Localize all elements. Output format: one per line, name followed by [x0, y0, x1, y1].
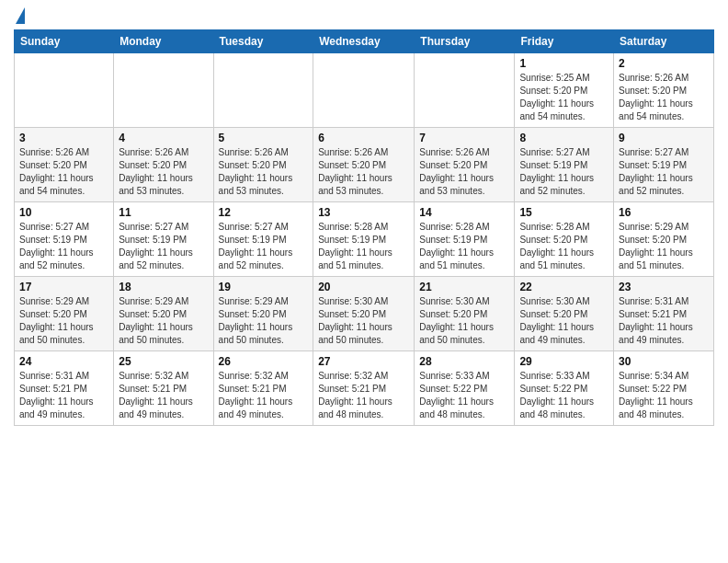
day-number: 4: [119, 132, 208, 144]
day-info: Sunrise: 5:26 AM Sunset: 5:20 PM Dayligh…: [119, 146, 208, 198]
day-number: 20: [318, 281, 409, 293]
day-info: Sunrise: 5:31 AM Sunset: 5:21 PM Dayligh…: [19, 370, 108, 421]
weekday-header-thursday: Thursday: [415, 30, 515, 53]
calendar-cell: [15, 53, 114, 128]
calendar-cell: 2Sunrise: 5:26 AM Sunset: 5:20 PM Daylig…: [614, 53, 714, 128]
day-number: 25: [119, 355, 208, 368]
day-info: Sunrise: 5:28 AM Sunset: 5:19 PM Dayligh…: [419, 221, 509, 272]
day-number: 1: [519, 57, 609, 70]
calendar-week-row: 1Sunrise: 5:25 AM Sunset: 5:20 PM Daylig…: [15, 53, 714, 128]
header: [14, 9, 714, 24]
calendar-week-row: 3Sunrise: 5:26 AM Sunset: 5:20 PM Daylig…: [15, 128, 714, 202]
day-info: Sunrise: 5:29 AM Sunset: 5:20 PM Dayligh…: [219, 295, 309, 347]
day-info: Sunrise: 5:28 AM Sunset: 5:19 PM Dayligh…: [318, 221, 409, 272]
day-info: Sunrise: 5:30 AM Sunset: 5:20 PM Dayligh…: [318, 295, 409, 347]
calendar-cell: 8Sunrise: 5:27 AM Sunset: 5:19 PM Daylig…: [515, 128, 614, 202]
calendar-cell: 9Sunrise: 5:27 AM Sunset: 5:19 PM Daylig…: [614, 128, 714, 202]
weekday-header-tuesday: Tuesday: [213, 30, 313, 53]
calendar-cell: 27Sunrise: 5:32 AM Sunset: 5:21 PM Dayli…: [313, 351, 415, 426]
day-info: Sunrise: 5:29 AM Sunset: 5:20 PM Dayligh…: [619, 221, 709, 272]
day-info: Sunrise: 5:33 AM Sunset: 5:22 PM Dayligh…: [419, 370, 509, 421]
day-number: 15: [519, 206, 609, 219]
weekday-header-monday: Monday: [114, 30, 213, 53]
day-number: 16: [619, 206, 709, 219]
logo-triangle-icon: [16, 7, 25, 24]
calendar-cell: 16Sunrise: 5:29 AM Sunset: 5:20 PM Dayli…: [614, 202, 714, 277]
calendar-cell: 14Sunrise: 5:28 AM Sunset: 5:19 PM Dayli…: [415, 202, 515, 277]
day-info: Sunrise: 5:25 AM Sunset: 5:20 PM Dayligh…: [519, 72, 609, 123]
calendar-cell: 15Sunrise: 5:28 AM Sunset: 5:20 PM Dayli…: [515, 202, 614, 277]
day-info: Sunrise: 5:34 AM Sunset: 5:22 PM Dayligh…: [619, 370, 709, 421]
day-info: Sunrise: 5:29 AM Sunset: 5:20 PM Dayligh…: [119, 295, 208, 347]
day-info: Sunrise: 5:27 AM Sunset: 5:19 PM Dayligh…: [19, 221, 108, 272]
day-number: 26: [219, 355, 309, 368]
day-info: Sunrise: 5:26 AM Sunset: 5:20 PM Dayligh…: [219, 146, 309, 198]
calendar-cell: [213, 53, 313, 128]
weekday-header-friday: Friday: [515, 30, 614, 53]
day-info: Sunrise: 5:30 AM Sunset: 5:20 PM Dayligh…: [519, 295, 609, 347]
calendar-cell: 3Sunrise: 5:26 AM Sunset: 5:20 PM Daylig…: [15, 128, 114, 202]
day-number: 17: [19, 281, 108, 293]
calendar-cell: 25Sunrise: 5:32 AM Sunset: 5:21 PM Dayli…: [114, 351, 213, 426]
day-info: Sunrise: 5:27 AM Sunset: 5:19 PM Dayligh…: [219, 221, 309, 272]
calendar-cell: 10Sunrise: 5:27 AM Sunset: 5:19 PM Dayli…: [15, 202, 114, 277]
calendar-cell: 19Sunrise: 5:29 AM Sunset: 5:20 PM Dayli…: [213, 277, 313, 351]
calendar-cell: 30Sunrise: 5:34 AM Sunset: 5:22 PM Dayli…: [614, 351, 714, 426]
calendar-cell: 7Sunrise: 5:26 AM Sunset: 5:20 PM Daylig…: [415, 128, 515, 202]
day-number: 11: [119, 206, 208, 219]
day-number: 19: [219, 281, 309, 293]
weekday-header-row: SundayMondayTuesdayWednesdayThursdayFrid…: [15, 30, 714, 53]
calendar-week-row: 10Sunrise: 5:27 AM Sunset: 5:19 PM Dayli…: [15, 202, 714, 277]
day-number: 21: [419, 281, 509, 293]
day-number: 28: [419, 355, 509, 368]
day-number: 9: [619, 132, 709, 144]
day-number: 24: [19, 355, 108, 368]
day-number: 22: [519, 281, 609, 293]
day-number: 2: [619, 57, 709, 70]
day-info: Sunrise: 5:28 AM Sunset: 5:20 PM Dayligh…: [519, 221, 609, 272]
calendar-cell: 5Sunrise: 5:26 AM Sunset: 5:20 PM Daylig…: [213, 128, 313, 202]
calendar-table: SundayMondayTuesdayWednesdayThursdayFrid…: [14, 29, 714, 426]
weekday-header-wednesday: Wednesday: [313, 30, 415, 53]
day-info: Sunrise: 5:26 AM Sunset: 5:20 PM Dayligh…: [619, 72, 709, 123]
day-info: Sunrise: 5:32 AM Sunset: 5:21 PM Dayligh…: [318, 370, 409, 421]
day-info: Sunrise: 5:26 AM Sunset: 5:20 PM Dayligh…: [419, 146, 509, 198]
calendar-cell: 23Sunrise: 5:31 AM Sunset: 5:21 PM Dayli…: [614, 277, 714, 351]
day-number: 6: [318, 132, 409, 144]
calendar-cell: 4Sunrise: 5:26 AM Sunset: 5:20 PM Daylig…: [114, 128, 213, 202]
day-info: Sunrise: 5:31 AM Sunset: 5:21 PM Dayligh…: [619, 295, 709, 347]
day-number: 18: [119, 281, 208, 293]
day-number: 3: [19, 132, 108, 144]
calendar-cell: 1Sunrise: 5:25 AM Sunset: 5:20 PM Daylig…: [515, 53, 614, 128]
day-number: 23: [619, 281, 709, 293]
calendar-week-row: 24Sunrise: 5:31 AM Sunset: 5:21 PM Dayli…: [15, 351, 714, 426]
calendar-cell: [114, 53, 213, 128]
day-info: Sunrise: 5:27 AM Sunset: 5:19 PM Dayligh…: [519, 146, 609, 198]
day-info: Sunrise: 5:29 AM Sunset: 5:20 PM Dayligh…: [19, 295, 108, 347]
calendar-cell: 22Sunrise: 5:30 AM Sunset: 5:20 PM Dayli…: [515, 277, 614, 351]
day-number: 7: [419, 132, 509, 144]
calendar-cell: [313, 53, 415, 128]
day-info: Sunrise: 5:26 AM Sunset: 5:20 PM Dayligh…: [19, 146, 108, 198]
day-info: Sunrise: 5:27 AM Sunset: 5:19 PM Dayligh…: [119, 221, 208, 272]
day-number: 30: [619, 355, 709, 368]
calendar-cell: 20Sunrise: 5:30 AM Sunset: 5:20 PM Dayli…: [313, 277, 415, 351]
day-info: Sunrise: 5:33 AM Sunset: 5:22 PM Dayligh…: [519, 370, 609, 421]
calendar-cell: 26Sunrise: 5:32 AM Sunset: 5:21 PM Dayli…: [213, 351, 313, 426]
calendar-cell: 18Sunrise: 5:29 AM Sunset: 5:20 PM Dayli…: [114, 277, 213, 351]
day-number: 29: [519, 355, 609, 368]
calendar-cell: 12Sunrise: 5:27 AM Sunset: 5:19 PM Dayli…: [213, 202, 313, 277]
calendar-cell: 28Sunrise: 5:33 AM Sunset: 5:22 PM Dayli…: [415, 351, 515, 426]
day-number: 5: [219, 132, 309, 144]
calendar-cell: 29Sunrise: 5:33 AM Sunset: 5:22 PM Dayli…: [515, 351, 614, 426]
calendar-cell: 11Sunrise: 5:27 AM Sunset: 5:19 PM Dayli…: [114, 202, 213, 277]
weekday-header-sunday: Sunday: [15, 30, 114, 53]
calendar-cell: 6Sunrise: 5:26 AM Sunset: 5:20 PM Daylig…: [313, 128, 415, 202]
calendar-cell: 21Sunrise: 5:30 AM Sunset: 5:20 PM Dayli…: [415, 277, 515, 351]
day-number: 13: [318, 206, 409, 219]
page: SundayMondayTuesdayWednesdayThursdayFrid…: [0, 0, 728, 435]
day-info: Sunrise: 5:32 AM Sunset: 5:21 PM Dayligh…: [119, 370, 208, 421]
day-info: Sunrise: 5:26 AM Sunset: 5:20 PM Dayligh…: [318, 146, 409, 198]
weekday-header-saturday: Saturday: [614, 30, 714, 53]
day-number: 10: [19, 206, 108, 219]
